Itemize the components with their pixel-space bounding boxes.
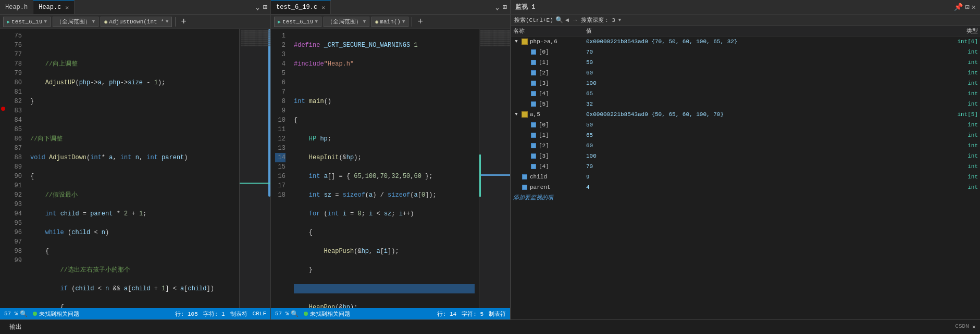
- right-scope-selector[interactable]: （全局范围） ▼: [324, 17, 369, 27]
- tab-heap-h-label: Heap.h: [5, 4, 28, 11]
- watch-add-label: 添加要监视的项: [513, 193, 553, 202]
- watch-row-php-a-6-2[interactable]: [2] 60 int: [511, 68, 980, 78]
- watch-header: 监视 1 📌 ⊡ ✕: [511, 0, 980, 15]
- watch-icon-1-0: [530, 121, 537, 129]
- watch-row-a-5[interactable]: ▼ a,5 0x00000221b8543ad0 {50, 65, 60, 10…: [511, 109, 980, 120]
- watch-row-php-a-6-4[interactable]: [4] 65 int: [511, 88, 980, 99]
- tab-heap-c-label: Heap.c: [39, 4, 61, 11]
- right-project-label: test_6_19: [282, 19, 313, 25]
- tab-test619c-close[interactable]: ✕: [321, 4, 325, 11]
- right-line-numbers: 1 2 3 4 5 6 7 8 9 10 11 12 13 14 15 16 1: [271, 29, 290, 308]
- left-pin-icon[interactable]: ⊞: [263, 3, 267, 11]
- left-toolbar: ▶ test_6_19 ▼ （全局范围） ▼ ◉ AdjustDown(int …: [0, 15, 270, 29]
- watch-nav-fwd[interactable]: →: [573, 17, 577, 24]
- watch-float-btn[interactable]: ⊡: [965, 3, 969, 11]
- watch-panel: 监视 1 📌 ⊡ ✕ 搜索(Ctrl+E) 🔍 ◀ → 搜索深度： 3 ▼ 名称: [511, 0, 980, 319]
- watch-col-name-header: 名称: [513, 27, 586, 35]
- watch-row-php-a-6-0[interactable]: [0] 70 int: [511, 47, 980, 57]
- tab-heap-c[interactable]: Heap.c ✕: [33, 0, 75, 14]
- right-zoom[interactable]: 57 % 🔍: [275, 310, 299, 318]
- watch-icon-0-5: [530, 100, 537, 108]
- watch-type-php-a-6: int[6]: [941, 37, 978, 46]
- output-tab[interactable]: 输出: [4, 322, 27, 332]
- left-func-icon: ◉: [104, 19, 107, 25]
- watch-depth-arrow[interactable]: ▼: [618, 18, 621, 23]
- left-project-label: test_6_19: [11, 19, 42, 25]
- watch-row-a-5-1[interactable]: [1] 65 int: [511, 130, 980, 140]
- watch-nav-back[interactable]: ◀: [565, 16, 569, 24]
- left-func-selector[interactable]: ◉ AdjustDown(int * ▼: [101, 17, 172, 27]
- right-tab-actions: ⌄ ⊞: [492, 3, 510, 11]
- tab-heap-h[interactable]: Heap.h: [0, 0, 33, 14]
- right-tab-bar: test_6_19.c ✕ ⌄ ⊞: [271, 0, 510, 15]
- watch-row-a-5-0[interactable]: [0] 50 int: [511, 120, 980, 130]
- right-func-selector[interactable]: ◉ main() ▼: [371, 17, 408, 27]
- watch-row-child[interactable]: child 9 int: [511, 172, 980, 182]
- right-project-selector[interactable]: ▶ test_6_19 ▼: [274, 17, 321, 27]
- watch-icon-1-3: [530, 152, 537, 160]
- watch-search-bar: 搜索(Ctrl+E) 🔍 ◀ → 搜索深度： 3 ▼: [511, 15, 980, 26]
- left-dropdown-icon[interactable]: ⌄: [255, 3, 259, 11]
- left-scope-label: （全局范围）: [56, 18, 91, 25]
- watch-row-php-a-6-3[interactable]: [3] 100 int: [511, 78, 980, 88]
- right-func-icon: ◉: [375, 19, 378, 25]
- editors-row: Heap.h Heap.c ✕ ⌄ ⊞ ▶ test_6_19 ▼: [0, 0, 980, 319]
- watch-column-headers: 名称 值 类型: [511, 26, 980, 36]
- right-status-bar: 57 % 🔍 未找到相关问题 行: 14 字符: 5 制表符: [271, 308, 510, 319]
- watch-icon-a-5: [521, 111, 528, 118]
- right-project-arrow: ▼: [315, 19, 317, 24]
- right-code-area: 1 2 3 4 5 6 7 8 9 10 11 12 13 14 15 16 1: [271, 29, 510, 308]
- watch-pin-btn[interactable]: 📌: [954, 3, 963, 11]
- watch-icon-0-2: [530, 69, 537, 76]
- watch-row-php-a-6[interactable]: ▼ php_a_6 php->a,6 0x00000221b8543ad0 {7…: [511, 36, 980, 47]
- watch-header-actions: 📌 ⊡ ✕: [954, 3, 976, 11]
- left-col: 字符: 1: [203, 310, 225, 318]
- watch-search-label: 搜索(Ctrl+E): [514, 16, 553, 24]
- right-scope-arrow: ▼: [363, 19, 366, 24]
- tab-heap-c-close[interactable]: ✕: [65, 4, 69, 11]
- watch-row-parent[interactable]: parent 4 int: [511, 182, 980, 192]
- breakpoint-dot[interactable]: [1, 107, 5, 111]
- left-zoom-icon: 🔍: [20, 310, 28, 318]
- left-problem-status: 未找到相关问题: [33, 310, 79, 318]
- watch-add-item[interactable]: 添加要监视的项: [511, 192, 980, 203]
- left-split-btn[interactable]: +: [179, 17, 189, 27]
- right-scope-label: （全局范围）: [327, 18, 362, 25]
- watch-row-php-a-6-5[interactable]: [5] 32 int: [511, 99, 980, 109]
- left-scope-selector[interactable]: （全局范围） ▼: [53, 17, 98, 27]
- watch-icon-parent: [521, 184, 528, 191]
- left-zoom[interactable]: 57 % 🔍: [4, 310, 28, 318]
- right-dropdown-icon[interactable]: ⌄: [495, 3, 499, 11]
- watch-row-a-5-4[interactable]: [4] 70 int: [511, 161, 980, 172]
- right-func-arrow: ▼: [402, 19, 405, 24]
- watch-expand-a-5[interactable]: ▼: [513, 111, 519, 118]
- right-code-content[interactable]: #define _CRT_SECURE_NO_WARNINGS 1 #inclu…: [290, 29, 479, 308]
- left-code-content[interactable]: //向上调整 AdjustUP(php->a, php->size - 1); …: [26, 29, 239, 308]
- watch-table: ▼ php_a_6 php->a,6 0x00000221b8543ad0 {7…: [511, 36, 980, 319]
- watch-value-php-a-6: 0x00000221b8543ad0 {70, 50, 60, 100, 65,…: [586, 37, 941, 46]
- left-project-selector[interactable]: ▶ test_6_19 ▼: [3, 17, 51, 27]
- watch-depth-label: 搜索深度：: [581, 16, 610, 24]
- output-close-btn[interactable]: ✕: [972, 323, 976, 331]
- watch-value-php-a-6-0: 70: [586, 47, 941, 57]
- tab-test619c[interactable]: test_6_19.c ✕: [271, 0, 331, 14]
- left-encoding: CRLF: [253, 311, 266, 317]
- output-bar: 输出 CSDN ✕: [0, 319, 980, 334]
- right-toolbar: ▶ test_6_19 ▼ （全局范围） ▼ ◉ main() ▼ +: [271, 15, 510, 29]
- left-minimap: ████████████████████████████████████████…: [239, 29, 270, 308]
- watch-icon-child: [521, 173, 528, 181]
- right-split-btn[interactable]: +: [415, 17, 425, 27]
- left-row: 行: 105: [175, 310, 198, 318]
- left-tab-actions: ⌄ ⊞: [252, 3, 270, 11]
- left-status-bar: 57 % 🔍 未找到相关问题 行: 105 字符: 1 制表符 CRLF: [0, 308, 270, 319]
- right-pin-icon[interactable]: ⊞: [503, 3, 507, 11]
- watch-row-a-5-3[interactable]: [3] 100 int: [511, 151, 980, 161]
- watch-row-a-5-2[interactable]: [2] 60 int: [511, 140, 980, 151]
- watch-close-btn[interactable]: ✕: [972, 3, 976, 11]
- left-ok-circle: [33, 312, 37, 316]
- right-editor-pane: test_6_19.c ✕ ⌄ ⊞ ▶ test_6_19 ▼ （全局范围）: [271, 0, 511, 319]
- watch-expand-php-a-6[interactable]: ▼: [513, 38, 519, 45]
- watch-row-php-a-6-1[interactable]: [1] 50 int: [511, 57, 980, 68]
- watch-icon-php-a-6: [521, 38, 528, 45]
- watch-icon-0-0: [530, 48, 537, 56]
